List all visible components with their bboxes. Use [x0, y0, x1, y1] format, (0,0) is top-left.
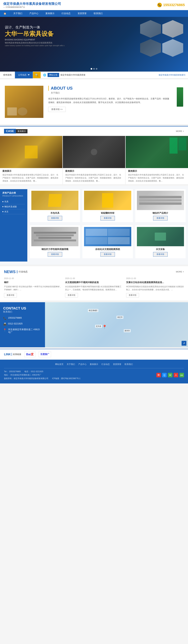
nav-news[interactable]: 行业动态 [58, 10, 74, 17]
social-wechat-icon[interactable]: W [168, 373, 173, 377]
contact-phone-item: 📞 15533276865 [3, 316, 42, 320]
map-label-3: 定兴县 [95, 325, 102, 328]
footer-nav-home[interactable]: 网站首页 [55, 363, 63, 366]
footer-addr-line: 地址： 河北省保定市涿鹿街道二 #3615号厂 [4, 373, 80, 377]
product-card-4: 钢拉杆力学性能和屈服荷载 查看详情 [30, 225, 80, 258]
product-image-6 [137, 227, 184, 246]
header-logo: 保定市保鼎大华吊索具设备研发有限公司 — 主营检验配套钢丝绳产品 [3, 2, 61, 8]
footer-nav-products[interactable]: 产品中心 [78, 363, 87, 366]
product-image-3 [137, 191, 184, 210]
products-row-1: 吊包吊具 查看详情 铝锭翻转夹钳 查看详情 钢拉杆产品简 [30, 189, 186, 222]
address-icon: 📍 [3, 328, 6, 332]
case-desc-1: 保定市保鼎大华吊索具设备研发有限公司是经工业企业，设计、生产制造为一体的科技企业… [2, 174, 60, 183]
nav-contact[interactable]: 联系我们 [90, 10, 106, 17]
about-more-link[interactable]: 查看详情 >> [48, 107, 66, 112]
cases-section: CASE 案例展示 MORE + 案例展示 保定市保鼎大华吊索具设备研发有限公司… [0, 126, 188, 184]
case-item-2[interactable]: 案例展示 保定市保鼎大华吊索具设备研发有限公司是经工业企业，设计、生产制造为一体… [63, 136, 125, 184]
case-item-3[interactable]: 案例展示 保定市保鼎大华吊索具设备研发有限公司是经工业企业，设计、生产制造为一体… [126, 136, 188, 184]
hero-dot-1[interactable] [91, 68, 92, 70]
footer-nav-news[interactable]: 行业动态 [101, 363, 110, 366]
footer-addr-label: 地址： [4, 374, 10, 376]
hero-title: 大华一吊索具设备 [5, 30, 64, 37]
product-image-1 [31, 191, 78, 210]
announcement-text: 保定市保鼎大华吊索具研发 [60, 74, 157, 76]
products-row-2: 钢拉杆力学性能和屈服荷载 查看详情 自动化水文缆道勘测系统 查看详情 [30, 225, 186, 258]
footer-nav-honors[interactable]: 资质荣誉 [113, 363, 121, 366]
social-wx2-icon[interactable]: wx [180, 373, 184, 377]
nav-about[interactable]: 关于我们 [10, 10, 26, 17]
products-section: 所有产品分类 PRODUCT CATEGORIES 吊具 钢拉杆及成套 水文 [0, 186, 188, 265]
prod-cat-3[interactable]: 水文 [2, 209, 25, 214]
product-btn-6[interactable]: 查看详情 [153, 252, 168, 257]
nav-honors[interactable]: 资质荣誉 [74, 10, 90, 17]
case-item-1[interactable]: 案例展示 保定市保鼎大华吊索具设备研发有限公司是经工业企业，设计、生产制造为一体… [0, 136, 62, 184]
product-btn-2[interactable]: 查看详情 [100, 216, 115, 220]
product-name-1: 吊包吊具 [31, 212, 78, 214]
news-title-2: 水文缆道勘测中不规则冲刷的改造 [65, 281, 123, 284]
hero-subtitle: 设计、生产制造为一体 [5, 25, 64, 30]
nav-home[interactable]: 🏠 [0, 10, 10, 17]
news-link-3[interactable]: 查看详情 [126, 293, 139, 298]
case-title-2: 案例展示 [65, 170, 123, 172]
product-image-5 [84, 227, 131, 246]
nav-cases[interactable]: 案例展示 [42, 10, 58, 17]
baidu-logo-text: Bai [26, 353, 31, 356]
hero-dot-2[interactable] [93, 68, 95, 70]
prod-cat-2[interactable]: 钢拉杆及成套 [2, 204, 25, 209]
header-phone[interactable]: 📞 15533276865 [157, 3, 185, 7]
prod-cat-1[interactable]: 吊具 [2, 199, 25, 204]
contact-fax: 0312-3221925 [8, 322, 22, 325]
footer-nav-cases[interactable]: 案例展示 [90, 363, 98, 366]
news-item-1: 2020-11-30 钢杆 产品描述 钢杆是 经过热轧处理的 一种用于拉力结构的… [4, 277, 62, 298]
social-people-icon[interactable]: 人 [174, 373, 178, 377]
hero-content: 设计、生产制造为一体 大华一吊索具设备 BAODING BAODING EQUI… [5, 25, 64, 46]
baidu-logo-text2: 度 [31, 352, 34, 356]
company-name: 保定市保鼎大华吊索具设备研发有限公司 [3, 2, 61, 6]
product-name-4: 钢拉杆力学性能和屈服荷载 [31, 248, 78, 251]
product-btn-4[interactable]: 查看详情 [48, 252, 62, 257]
phone-number: 15533276865 [163, 3, 185, 7]
news-link-2[interactable]: 查看详情 [65, 293, 78, 298]
footer-nav-contact[interactable]: 联系我们 [125, 363, 133, 366]
link-baidu[interactable]: Bai 度 [24, 352, 35, 357]
map-pin: 📍 [102, 325, 107, 329]
product-btn-5[interactable]: 查看详情 [100, 252, 115, 257]
nav-products[interactable]: 产品中心 [26, 10, 42, 17]
contact-address: 河北省保定市涿鹿街道二 #3615号厂 [8, 328, 42, 334]
map-nav-button[interactable]: ↗ [182, 341, 187, 346]
network-icon: 🌐 [43, 74, 46, 76]
news-link-1[interactable]: 查看详情 [4, 293, 17, 298]
map-label-2: 保定市 [117, 316, 123, 319]
news-date-2: 2020-11-30 [65, 277, 123, 280]
links-title-en: LINK [4, 353, 11, 356]
news-more-link[interactable]: MORE + [176, 270, 184, 273]
subnav-tab-company[interactable]: 公司动态 ❤ [15, 72, 33, 78]
about-title-cn: 关于我们 [48, 92, 170, 94]
links-label: LINK 友情链接 [4, 353, 21, 356]
subnav-search-button[interactable]: 🔍 [33, 72, 41, 78]
product-name-6: 水文设备 [137, 248, 184, 251]
link-baidu-tuiguang[interactable]: 百度推广 [38, 352, 51, 357]
announcement-more[interactable]: 保定市保鼎大华吊索具研发新引 [159, 74, 186, 76]
product-btn-1[interactable]: 查看详情 [48, 216, 62, 220]
products-grid: 吊包吊具 查看详情 铝锭翻转夹钳 查看详情 钢拉杆产品简 [27, 189, 188, 262]
news-desc-2: 水文缆道的勘测中不规则冲刷导致的问题 水文缆道是整体浮测量工具之一，它由缆线、电… [65, 285, 123, 291]
hero-pagination [91, 68, 97, 70]
social-qq-icon[interactable]: Q [162, 373, 167, 377]
social-weibo-icon[interactable]: 微 [156, 373, 161, 377]
footer-nav-about[interactable]: 关于我们 [67, 363, 75, 366]
nav-about-label: 关于我们 [13, 12, 22, 15]
cases-grid: 案例展示 保定市保鼎大华吊索具设备研发有限公司是经工业企业，设计、生产制造为一体… [0, 136, 188, 184]
subnav-tab-latest[interactable]: 猎奇新闻 [0, 72, 15, 78]
nav-news-label: 行业动态 [61, 12, 71, 15]
product-btn-3[interactable]: 查看详情 [153, 216, 168, 220]
contact-fax-item: 📠 0312-3221925 [3, 322, 42, 326]
footer-fax-label: 电话： [24, 370, 30, 373]
hero-dot-3[interactable] [96, 68, 97, 70]
footer-copyright: 版权所有：保定市保鼎大华吊索具设备研发有限公司 [4, 377, 48, 380]
cases-more-link[interactable]: MORE + [176, 130, 184, 132]
news-header: NEWS 行业动态 MORE + [4, 270, 184, 274]
case-image-3 [126, 136, 188, 168]
hero-en-title: BAODING BAODING EQUIPMENT [5, 38, 64, 41]
contact-phone: 15533276865 [8, 316, 22, 319]
